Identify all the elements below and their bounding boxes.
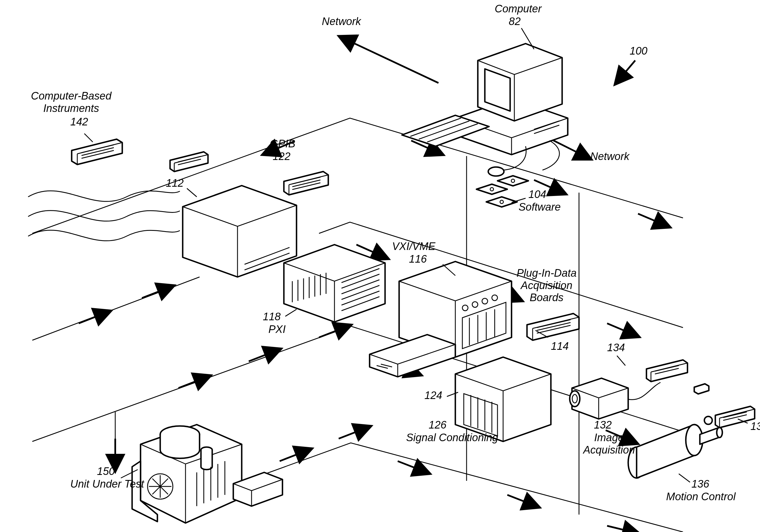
grid-lines (32, 118, 683, 532)
computer-label: Computer (495, 3, 542, 15)
motion-ref: 136 (691, 478, 709, 490)
sc-box-ref: 124 (424, 389, 442, 402)
sc-label: Signal Conditioning (406, 432, 498, 444)
uut-icon (121, 425, 282, 523)
camera-icon (570, 378, 660, 419)
small-chip-icon (694, 384, 709, 394)
card-134-icon (646, 360, 688, 382)
software-ref: 104 (528, 188, 546, 201)
svg-point-12 (717, 427, 722, 438)
instr112-ref: 112 (166, 177, 183, 189)
daq-ref: 114 (551, 340, 569, 353)
computer-ref: 82 (509, 16, 521, 28)
card134-ref: 134 (607, 342, 625, 354)
card-138-icon (715, 406, 755, 428)
pxi-icon (284, 245, 385, 322)
signal-conditioning-icon (447, 357, 551, 442)
gpib-card-icon (284, 171, 328, 195)
uut-ref: 150 (97, 465, 115, 478)
pxi-ref: 118 (263, 311, 280, 323)
card138-ref: 138 (750, 420, 760, 433)
software-label: Software (519, 201, 561, 214)
diagram-canvas (0, 0, 760, 532)
computer-icon (402, 28, 568, 176)
img-ref: 132 (594, 419, 612, 431)
vxi-label: VXI/VME (392, 240, 435, 253)
img-label: Image Acquisition (583, 432, 635, 456)
network-left-label: Network (322, 16, 361, 28)
svg-point-8 (570, 391, 580, 407)
svg-point-13 (704, 416, 712, 424)
gpib-label: GPIB (270, 138, 295, 150)
motion-motor-icon (628, 416, 722, 482)
pxi-label: PXI (268, 323, 286, 336)
figure-ref: 100 (630, 45, 647, 57)
network-right-label: Network (590, 150, 629, 163)
vxi-icon (370, 262, 511, 377)
gpib-instrument-icon (183, 186, 297, 277)
cbi-label: Computer-Based Instruments (31, 90, 112, 115)
sc-num-ref: 126 (429, 419, 446, 431)
daq-label: Plug-In-Data Acquisition Boards (517, 267, 577, 304)
vxi-ref: 116 (409, 253, 427, 266)
cbi-ref: 142 (70, 116, 88, 128)
daq-card-icon (527, 314, 579, 340)
uut-label: Unit Under Test (70, 478, 144, 490)
motion-label: Motion Control (666, 491, 736, 503)
gpib-ref: 122 (273, 150, 290, 163)
svg-point-0 (488, 167, 504, 176)
